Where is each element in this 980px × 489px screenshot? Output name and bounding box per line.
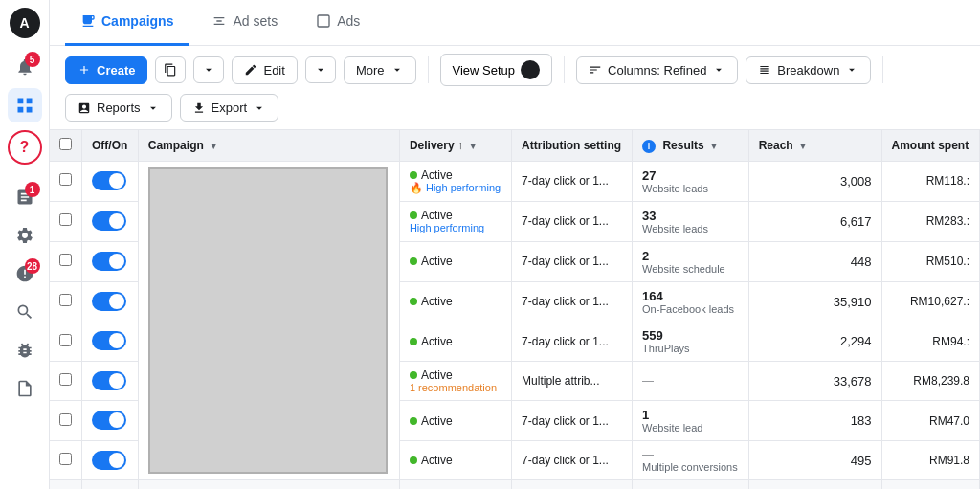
row-delivery-cell: Active1 recommendation — [399, 362, 511, 401]
row-checkbox[interactable] — [59, 294, 72, 306]
tab-campaigns[interactable]: Campaigns — [65, 0, 189, 46]
row-results-number: 2 — [642, 249, 649, 263]
footer-checkbox-cell — [50, 480, 82, 490]
footer-attribution-cell: Multiple attrib... — [512, 480, 633, 490]
row-checkbox[interactable] — [59, 413, 72, 426]
results-col-dropdown[interactable]: ▼ — [709, 141, 719, 151]
row-toggle[interactable] — [92, 371, 126, 390]
row-attribution-cell: 7-day click or 1... — [512, 201, 633, 241]
row-checkbox[interactable] — [59, 213, 72, 226]
row-toggle[interactable] — [92, 211, 126, 231]
row-toggle-cell — [82, 162, 139, 202]
select-all-checkbox[interactable] — [59, 138, 72, 150]
reports-button[interactable]: Reports — [65, 94, 172, 122]
row-checkbox[interactable] — [59, 453, 72, 465]
footer-reach-cell: 81,479 Accounts Centre acco... — [748, 480, 881, 490]
col-header-delivery: Delivery ↑ ▼ — [399, 130, 511, 162]
row-checkbox[interactable] — [59, 334, 72, 346]
table-footer-row: Results from 189 campaigns Excludes dele… — [50, 480, 980, 490]
status-dot — [410, 171, 417, 179]
row-reach-cell: 495 — [748, 441, 881, 480]
export-label: Export — [212, 100, 248, 115]
row-toggle[interactable] — [92, 411, 126, 430]
tab-ads[interactable]: Ads — [301, 0, 375, 46]
edit-button[interactable]: Edit — [232, 56, 297, 84]
row-amount-cell: RM91.8 — [881, 441, 980, 480]
row-toggle[interactable] — [92, 252, 126, 271]
create-button[interactable]: Create — [65, 56, 147, 84]
more-button[interactable]: More — [344, 56, 416, 84]
alerts-badge: 28 — [25, 258, 40, 274]
duplicate-button[interactable] — [155, 56, 186, 83]
row-reach-cell: 6,617 — [748, 201, 881, 241]
row-toggle[interactable] — [92, 292, 126, 311]
avatar[interactable]: A — [10, 8, 40, 38]
row-reach-cell: 3,008 — [748, 162, 881, 202]
row-checkbox[interactable] — [59, 373, 72, 386]
breakdown-button[interactable]: Breakdown — [746, 56, 871, 84]
row-results-number: 27 — [642, 168, 656, 183]
row-results-cell: 27Website leads — [633, 162, 749, 202]
row-checkbox-cell — [50, 362, 82, 401]
sidebar-icon-orders[interactable]: 1 — [8, 180, 42, 214]
row-results-sub: On-Facebook leads — [642, 303, 739, 315]
tab-ads-label: Ads — [337, 13, 360, 29]
sidebar: A 5 ➜ ? 1 28 — [0, 0, 50, 489]
row-delivery-cell: Active — [399, 401, 511, 441]
tab-campaigns-label: Campaigns — [101, 13, 173, 29]
row-checkbox[interactable] — [59, 173, 72, 186]
tab-adsets[interactable]: Ad sets — [196, 0, 293, 46]
sidebar-icon-grid[interactable] — [8, 88, 42, 122]
row-toggle-cell — [82, 281, 139, 322]
row-toggle[interactable] — [92, 451, 126, 470]
row-delivery-status: Active — [410, 255, 501, 268]
sidebar-icon-pages[interactable] — [8, 371, 42, 406]
row-results-sub: Website leads — [642, 183, 739, 194]
row-toggle-cell — [82, 241, 139, 281]
sidebar-icon-search[interactable] — [8, 295, 42, 329]
row-delivery-sub: High performing — [410, 222, 501, 233]
row-delivery-status: Active — [410, 168, 501, 182]
row-campaign-cell — [138, 162, 399, 480]
row-results-number: 559 — [642, 328, 663, 343]
delivery-col-dropdown[interactable]: ▼ — [468, 141, 478, 151]
row-amount-cell: RM10,627.: — [881, 281, 980, 322]
reach-col-dropdown[interactable]: ▼ — [798, 141, 808, 151]
toolbar-divider-2 — [564, 56, 565, 83]
row-delivery-sub: 🔥 High performing — [410, 182, 501, 194]
row-toggle-cell — [82, 322, 139, 362]
row-attribution-cell: Multiple attrib... — [512, 362, 633, 401]
edit-dropdown-button[interactable] — [305, 56, 336, 83]
view-setup-button[interactable]: View Setup — [440, 54, 553, 86]
row-amount-cell: RM118.: — [881, 162, 980, 202]
status-dot — [410, 211, 417, 219]
duplicate-dropdown-button[interactable] — [193, 56, 224, 83]
row-toggle-cell — [82, 441, 139, 480]
view-setup-toggle — [521, 60, 540, 79]
results-info-icon[interactable]: i — [642, 140, 656, 153]
export-button[interactable]: Export — [180, 94, 279, 122]
columns-button[interactable]: Columns: Refined — [576, 56, 738, 84]
row-delivery-cell: Active🔥 High performing — [399, 162, 511, 202]
footer-results-cell: — — [633, 480, 749, 490]
col-header-offon: Off/On — [82, 130, 139, 162]
sidebar-icon-alerts[interactable]: 28 — [8, 256, 42, 291]
row-toggle-cell — [82, 401, 139, 441]
sidebar-icon-bell[interactable]: 5 — [8, 50, 42, 84]
sidebar-icon-bug[interactable] — [8, 333, 42, 367]
svg-rect-0 — [318, 15, 329, 27]
data-table-container: Off/On Campaign ▼ Delivery ↑ ▼ Attributi… — [50, 130, 980, 489]
status-dot — [410, 338, 417, 345]
create-label: Create — [97, 63, 135, 78]
sidebar-icon-help[interactable]: ? — [8, 130, 42, 165]
row-toggle[interactable] — [92, 171, 126, 190]
row-delivery-status: Active — [410, 209, 501, 222]
footer-amount-cell: RM20,013. Total Sp... — [881, 480, 980, 490]
row-attribution-cell: 7-day click or 1... — [512, 322, 633, 362]
row-results-cell: 33Website leads — [633, 201, 749, 241]
sidebar-icon-settings[interactable] — [8, 218, 42, 253]
campaign-col-dropdown[interactable]: ▼ — [209, 141, 218, 151]
status-dot — [410, 257, 417, 265]
row-checkbox[interactable] — [59, 254, 72, 266]
row-toggle[interactable] — [92, 331, 126, 350]
